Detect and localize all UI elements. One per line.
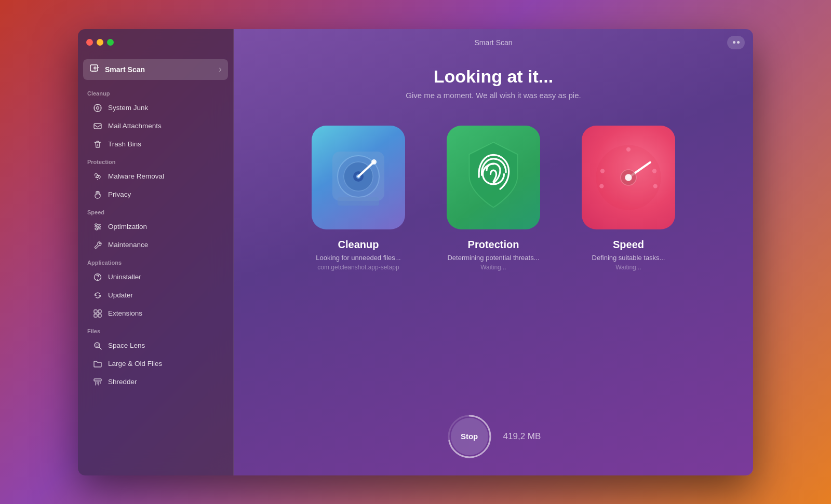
section-header-protection: Protection: [78, 154, 233, 167]
sidebar-active-label: Smart Scan: [105, 65, 213, 74]
card-protection: Protection Determining potential threats…: [436, 126, 551, 271]
speed-card-status: Defining suitable tasks...: [592, 254, 665, 262]
uninstall-icon: [92, 272, 103, 282]
sidebar-item-label: Space Lens: [108, 342, 145, 349]
sidebar-item-maintenance[interactable]: Maintenance: [83, 236, 228, 254]
sidebar-item-label: System Junk: [108, 104, 148, 112]
dot1: [733, 41, 735, 44]
sidebar-item-space-lens[interactable]: Space Lens: [83, 337, 228, 355]
sidebar-item-label: Trash Bins: [108, 140, 141, 148]
stop-button[interactable]: Stop: [451, 418, 488, 455]
svg-rect-25: [98, 314, 101, 317]
section-header-speed: Speed: [78, 204, 233, 217]
traffic-lights: [86, 39, 114, 46]
extensions-icon: [92, 308, 103, 319]
svg-point-28: [96, 344, 99, 346]
svg-rect-41: [338, 197, 379, 206]
card-speed: Speed Defining suitable tasks... Waiting…: [571, 126, 686, 271]
svg-point-17: [95, 224, 97, 226]
scan-icon: [89, 63, 100, 76]
close-button[interactable]: [86, 39, 93, 46]
sidebar-item-privacy[interactable]: Privacy: [83, 186, 228, 203]
svg-point-40: [371, 159, 377, 165]
speed-card-title: Speed: [613, 239, 644, 251]
minimize-button[interactable]: [97, 39, 103, 46]
protection-card-sub: Waiting...: [480, 264, 506, 271]
sidebar-item-extensions[interactable]: Extensions: [83, 305, 228, 322]
svg-point-45: [652, 169, 656, 173]
stop-area: Stop 419,2 MB: [446, 413, 541, 460]
sidebar-item-optimization[interactable]: Optimization: [83, 218, 228, 236]
biohazard-icon: [92, 171, 103, 182]
sidebar-item-label: Extensions: [108, 309, 142, 317]
sidebar-item-label: Shredder: [108, 378, 137, 386]
card-cleanup: Cleanup Looking for unneeded files... co…: [301, 126, 416, 271]
main-titlebar: Smart Scan: [234, 29, 753, 56]
app-window: Smart Scan › Cleanup System Junk: [78, 29, 753, 475]
sidebar-item-label: Large & Old Files: [108, 360, 162, 367]
scan-size: 419,2 MB: [503, 431, 541, 442]
svg-point-44: [599, 184, 604, 188]
cleanup-card-status: Looking for unneeded files...: [316, 254, 400, 262]
sidebar-item-uninstaller[interactable]: Uninstaller: [83, 268, 228, 286]
svg-point-19: [96, 228, 98, 230]
subheadline: Give me a moment. We all wish it was eas…: [406, 91, 581, 100]
section-header-cleanup: Cleanup: [78, 85, 233, 99]
maximize-button[interactable]: [107, 39, 114, 46]
protection-card-icon: [447, 126, 540, 229]
svg-line-27: [99, 347, 101, 349]
sidebar-item-shredder[interactable]: Shredder: [83, 373, 228, 391]
main-content: Smart Scan Looking at it... Give me a mo…: [234, 29, 753, 475]
cleanup-card-icon: [312, 126, 405, 229]
sidebar: Smart Scan › Cleanup System Junk: [78, 29, 234, 475]
sidebar-item-large-old-files[interactable]: Large & Old Files: [83, 355, 228, 373]
svg-point-43: [600, 169, 605, 173]
options-button[interactable]: [727, 36, 745, 49]
sidebar-item-mail-attachments[interactable]: Mail Attachments: [83, 117, 228, 135]
svg-point-46: [653, 184, 658, 188]
svg-point-4: [94, 104, 101, 112]
sidebar-item-label: Privacy: [108, 190, 131, 198]
svg-rect-23: [98, 310, 101, 313]
sidebar-titlebar: [78, 29, 233, 56]
mail-icon: [92, 121, 103, 131]
shredder-icon: [92, 377, 103, 387]
svg-point-47: [626, 147, 631, 151]
section-header-files: Files: [78, 323, 233, 336]
main-body: Looking at it... Give me a moment. We al…: [234, 56, 753, 475]
updater-icon: [92, 290, 103, 301]
hand-icon: [92, 189, 103, 200]
sidebar-item-label: Updater: [108, 291, 133, 299]
sidebar-item-trash-bins[interactable]: Trash Bins: [83, 135, 228, 153]
sidebar-item-label: Uninstaller: [108, 273, 141, 281]
svg-point-13: [97, 179, 98, 180]
sidebar-content: Cleanup System Junk: [78, 83, 233, 475]
sidebar-item-system-junk[interactable]: System Junk: [83, 99, 228, 117]
cleanup-card-sub: com.getcleanshot.app-setapp: [317, 264, 399, 271]
sidebar-item-label: Malware Removal: [108, 172, 164, 180]
active-indicator: ›: [219, 64, 222, 75]
sidebar-item-malware-removal[interactable]: Malware Removal: [83, 168, 228, 185]
speed-card-sub: Waiting...: [615, 264, 641, 271]
protection-card-title: Protection: [468, 239, 519, 251]
main-title: Smart Scan: [474, 38, 512, 47]
svg-rect-22: [94, 310, 97, 313]
sidebar-item-label: Mail Attachments: [108, 122, 162, 130]
stop-button-wrap: Stop: [446, 413, 493, 460]
svg-point-50: [625, 174, 632, 181]
folder-icon: [92, 359, 103, 369]
cleanup-card-title: Cleanup: [338, 239, 379, 251]
wrench-icon: [92, 240, 103, 250]
svg-point-12: [97, 175, 99, 178]
headline: Looking at it...: [434, 66, 553, 87]
svg-rect-29: [94, 379, 101, 381]
sidebar-item-label: Maintenance: [108, 241, 148, 249]
svg-rect-10: [94, 124, 101, 129]
dot2: [737, 41, 740, 44]
svg-point-5: [97, 106, 99, 109]
sidebar-item-updater[interactable]: Updater: [83, 287, 228, 304]
sidebar-item-label: Optimization: [108, 223, 147, 230]
speed-card-icon: [582, 126, 675, 229]
sidebar-item-smart-scan[interactable]: Smart Scan ›: [83, 59, 228, 80]
svg-point-21: [97, 279, 98, 280]
